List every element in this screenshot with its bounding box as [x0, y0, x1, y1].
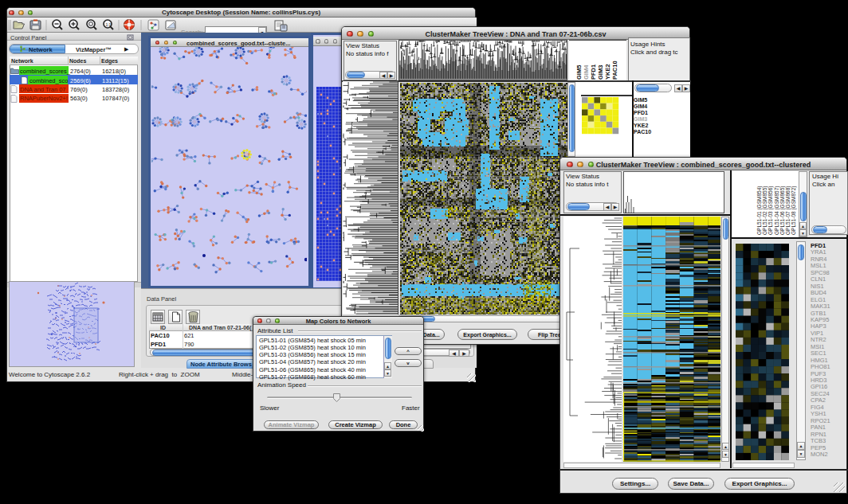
svg-text:1:1: 1:1 — [105, 22, 111, 27]
